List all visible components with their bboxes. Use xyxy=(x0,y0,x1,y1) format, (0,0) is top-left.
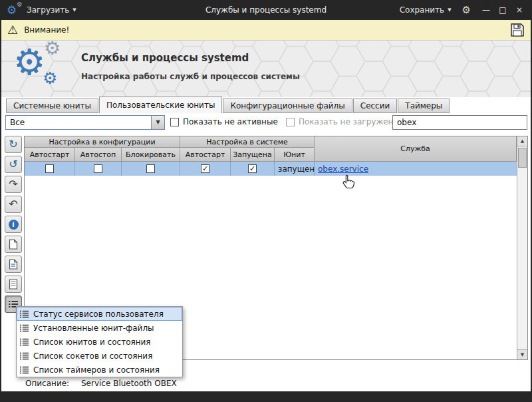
hand-cursor-icon xyxy=(342,174,354,190)
chevron-down-icon: ▼ xyxy=(448,7,451,13)
checkbox-cfg-autostop[interactable] xyxy=(94,164,102,173)
redo-button[interactable]: ↷ xyxy=(5,176,22,193)
show-inactive-checkbox[interactable]: Показать не активные xyxy=(170,117,278,126)
restart-button[interactable]: ↺ xyxy=(5,156,22,173)
menu-item-timers-and-states[interactable]: Список таймеров и состояния xyxy=(17,363,182,377)
table-row[interactable]: ✓ ✓ запущен obex.service xyxy=(25,162,517,176)
menu-item-installed-unit-files[interactable]: Установленные юнит-файлы xyxy=(17,321,182,335)
vertical-scrollbar[interactable]: ▲ ▼ xyxy=(517,136,527,359)
settings-gear-button[interactable]: ⚙ xyxy=(462,4,471,16)
checkbox-cfg-block[interactable] xyxy=(146,164,155,173)
banner-subtitle: Настройка работы служб и процессов систе… xyxy=(81,72,300,81)
menu-item-sockets-and-states[interactable]: Список сокетов и состояния xyxy=(17,349,182,363)
group-header-config: Настройка в конфигурации xyxy=(25,136,180,148)
chevron-down-icon: ▼ xyxy=(72,7,76,13)
hexagon-pattern xyxy=(1,41,531,97)
file-edit-button[interactable] xyxy=(5,256,22,273)
load-menu-button[interactable]: Загрузить ▼ xyxy=(27,5,76,15)
search-input[interactable] xyxy=(392,115,527,130)
restart-icon: ↺ xyxy=(9,159,17,170)
warning-icon: ⚠ xyxy=(7,24,18,36)
window-controls: — □ × xyxy=(481,5,524,15)
file-button[interactable] xyxy=(5,236,22,253)
show-unloaded-checkbox[interactable]: Показать не загруженные xyxy=(286,117,410,126)
banner-gear-icon-small: ⚙ xyxy=(43,70,57,87)
column-header-autostart-cfg: Автостарт xyxy=(25,148,75,162)
scroll-up-icon: ▲ xyxy=(521,138,524,144)
window-bottom-frame xyxy=(1,391,531,402)
info-icon: i xyxy=(9,220,19,230)
tab-user-units[interactable]: Пользовательские юниты xyxy=(99,97,222,113)
gear-icon-small: ⚙ xyxy=(17,1,23,8)
tab-config-files[interactable]: Конфигурационные файлы xyxy=(223,99,352,113)
status-context-menu: Статус сервисов пользователя Установленн… xyxy=(16,306,183,377)
cell-cfg-autostart xyxy=(25,162,75,176)
checkbox-box[interactable] xyxy=(286,118,295,126)
load-label: Загрузить xyxy=(27,5,69,15)
tab-bar: Системные юниты Пользовательские юниты К… xyxy=(1,97,531,113)
unit-filter-combobox[interactable]: Все ▼ xyxy=(5,115,165,130)
app-banner: ⚙ ⚙ ⚙ Службы и процессы systemd Настройк… xyxy=(1,41,531,97)
banner-title: Службы и процессы systemd xyxy=(81,52,249,64)
combobox-value: Все xyxy=(10,116,25,129)
save-label: Сохранить xyxy=(400,5,445,15)
list-icon xyxy=(20,324,29,332)
warning-text: Внимание! xyxy=(24,25,69,35)
refresh-icon: ↻ xyxy=(9,139,17,150)
service-link[interactable]: obex.service xyxy=(318,164,368,174)
journal-icon xyxy=(9,279,18,290)
menu-item-user-services-status[interactable]: Статус сервисов пользователя xyxy=(17,307,182,321)
list-icon xyxy=(20,338,29,346)
list-icon xyxy=(20,366,29,374)
scrollbar-thumb[interactable] xyxy=(518,148,527,168)
tab-timers[interactable]: Таймеры xyxy=(398,99,450,113)
cell-sys-running: ✓ xyxy=(231,162,275,176)
menu-item-units-and-states[interactable]: Список юнитов и состояния xyxy=(17,335,182,349)
list-icon xyxy=(20,352,29,360)
mouse-cursor xyxy=(342,174,354,192)
save-menu-button[interactable]: Сохранить ▼ xyxy=(400,5,452,15)
cell-service: obex.service xyxy=(315,162,517,176)
cell-sys-autostart: ✓ xyxy=(180,162,231,176)
group-header-system: Настройка в системе xyxy=(180,136,315,148)
banner-gear-icon-large: ⚙ xyxy=(13,45,45,81)
description-value: Service Bluetooth OBEX xyxy=(81,379,177,388)
checkbox-sys-running[interactable]: ✓ xyxy=(248,164,257,173)
undo-button[interactable]: ↶ xyxy=(5,196,22,213)
gear-icon: ⚙ xyxy=(7,3,17,17)
document-icon xyxy=(9,239,18,250)
save-file-button[interactable] xyxy=(510,23,525,37)
journal-button[interactable] xyxy=(5,276,22,293)
column-header-service: Служба xyxy=(315,136,517,162)
scroll-down-icon: ▼ xyxy=(521,352,524,357)
close-button[interactable]: × xyxy=(515,5,524,15)
tab-system-units[interactable]: Системные юниты xyxy=(6,99,98,113)
checkbox-label: Показать не активные xyxy=(183,117,278,126)
combobox-dropdown-button[interactable]: ▼ xyxy=(151,116,164,129)
minimize-button[interactable]: — xyxy=(481,5,491,15)
warning-bar: ⚠ Внимание! xyxy=(1,20,531,41)
maximize-button[interactable]: □ xyxy=(498,5,507,15)
column-header-running: Запущена xyxy=(231,148,275,162)
scroll-up-button[interactable]: ▲ xyxy=(517,136,527,146)
app-window: ⚙ ⚙ Загрузить ▼ Службы и процессы system… xyxy=(0,0,532,402)
tab-sessions[interactable]: Сессии xyxy=(353,99,398,113)
menu-item-label: Список юнитов и состояния xyxy=(33,337,151,347)
refresh-button[interactable]: ↻ xyxy=(5,136,22,153)
app-gear-icon: ⚙ ⚙ xyxy=(7,3,21,17)
checkbox-cfg-autostart[interactable] xyxy=(45,164,54,173)
menu-item-label: Список сокетов и состояния xyxy=(33,351,152,361)
column-header-autostop: Автостоп xyxy=(75,148,122,162)
cell-unit-state: запущен xyxy=(275,162,315,176)
checkbox-sys-autostart[interactable]: ✓ xyxy=(201,164,209,173)
banner-gear-icon-medium: ⚙ xyxy=(44,41,61,58)
menu-item-label: Список таймеров и состояния xyxy=(33,365,160,375)
titlebar: ⚙ ⚙ Загрузить ▼ Службы и процессы system… xyxy=(1,0,531,20)
cell-cfg-block xyxy=(122,162,180,176)
info-button[interactable]: i xyxy=(5,216,22,233)
scroll-down-button[interactable]: ▼ xyxy=(517,349,527,359)
floppy-icon xyxy=(510,23,525,37)
checkbox-box[interactable] xyxy=(170,118,179,126)
column-header-unit: Юнит xyxy=(275,148,315,162)
cell-cfg-autostop xyxy=(75,162,122,176)
